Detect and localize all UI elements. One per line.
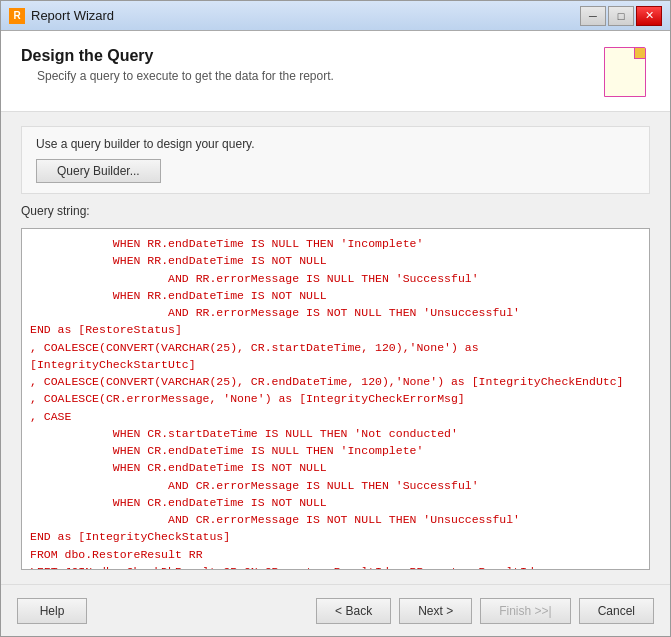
document-icon — [604, 47, 646, 97]
query-builder-info-box: Use a query builder to design your query… — [21, 126, 650, 194]
cancel-button[interactable]: Cancel — [579, 598, 654, 624]
page-title: Design the Query — [21, 47, 600, 65]
query-string-label: Query string: — [21, 204, 650, 218]
help-button[interactable]: Help — [17, 598, 87, 624]
content-area: Design the Query Specify a query to exec… — [1, 31, 670, 584]
header-text: Design the Query Specify a query to exec… — [21, 47, 600, 83]
finish-button[interactable]: Finish >>| — [480, 598, 570, 624]
header-icon-area — [600, 47, 650, 97]
title-bar: R Report Wizard ─ □ ✕ — [1, 1, 670, 31]
footer: Help < Back Next > Finish >>| Cancel — [1, 584, 670, 636]
main-window: R Report Wizard ─ □ ✕ Design the Query S… — [0, 0, 671, 637]
query-builder-info-text: Use a query builder to design your query… — [36, 137, 255, 151]
footer-left: Help — [17, 598, 87, 624]
back-button[interactable]: < Back — [316, 598, 391, 624]
title-bar-controls: ─ □ ✕ — [580, 6, 662, 26]
app-icon: R — [9, 8, 25, 24]
header-section: Design the Query Specify a query to exec… — [1, 31, 670, 112]
restore-button[interactable]: □ — [608, 6, 634, 26]
page-subtitle: Specify a query to execute to get the da… — [37, 69, 600, 83]
title-bar-left: R Report Wizard — [9, 8, 114, 24]
minimize-button[interactable]: ─ — [580, 6, 606, 26]
query-textarea[interactable] — [22, 229, 649, 569]
window-title: Report Wizard — [31, 8, 114, 23]
query-textarea-container — [21, 228, 650, 570]
query-builder-button[interactable]: Query Builder... — [36, 159, 161, 183]
body-section: Use a query builder to design your query… — [1, 112, 670, 584]
footer-right: < Back Next > Finish >>| Cancel — [316, 598, 654, 624]
close-button[interactable]: ✕ — [636, 6, 662, 26]
next-button[interactable]: Next > — [399, 598, 472, 624]
